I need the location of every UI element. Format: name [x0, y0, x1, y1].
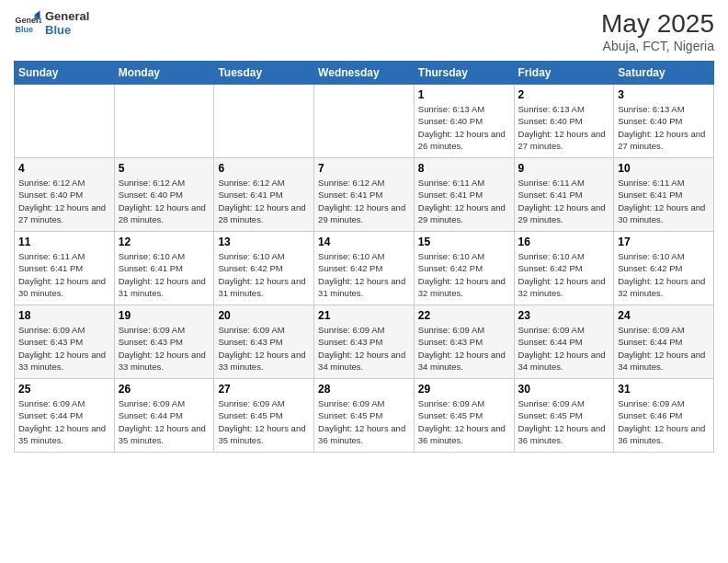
week-row-3: 11Sunrise: 6:11 AM Sunset: 6:41 PM Dayli…: [15, 232, 714, 305]
calendar-cell: 1Sunrise: 6:13 AM Sunset: 6:40 PM Daylig…: [414, 85, 514, 158]
calendar-cell: 19Sunrise: 6:09 AM Sunset: 6:43 PM Dayli…: [114, 305, 214, 379]
header-row: SundayMondayTuesdayWednesdayThursdayFrid…: [15, 62, 714, 85]
day-info: Sunrise: 6:10 AM Sunset: 6:41 PM Dayligh…: [119, 250, 210, 299]
calendar-cell: 10Sunrise: 6:11 AM Sunset: 6:41 PM Dayli…: [614, 158, 714, 232]
day-number: 28: [318, 383, 410, 396]
day-info: Sunrise: 6:10 AM Sunset: 6:42 PM Dayligh…: [418, 250, 510, 299]
week-row-5: 25Sunrise: 6:09 AM Sunset: 6:44 PM Dayli…: [15, 379, 714, 453]
day-number: 16: [518, 236, 610, 248]
day-number: 8: [418, 162, 510, 175]
day-number: 9: [518, 162, 610, 175]
day-number: 4: [18, 162, 110, 175]
calendar-cell: 26Sunrise: 6:09 AM Sunset: 6:44 PM Dayli…: [114, 379, 214, 453]
calendar-cell: 8Sunrise: 6:11 AM Sunset: 6:41 PM Daylig…: [414, 158, 514, 232]
day-number: 15: [418, 236, 510, 248]
day-number: 7: [318, 162, 410, 175]
calendar-cell: [214, 85, 314, 158]
day-number: 13: [218, 236, 310, 248]
day-info: Sunrise: 6:12 AM Sunset: 6:41 PM Dayligh…: [318, 177, 410, 225]
day-info: Sunrise: 6:09 AM Sunset: 6:44 PM Dayligh…: [618, 324, 710, 373]
day-number: 22: [418, 309, 510, 322]
day-info: Sunrise: 6:09 AM Sunset: 6:44 PM Dayligh…: [518, 324, 610, 373]
day-info: Sunrise: 6:09 AM Sunset: 6:43 PM Dayligh…: [18, 324, 110, 373]
logo-blue: Blue: [45, 23, 89, 37]
calendar-cell: [114, 85, 214, 158]
day-number: 24: [618, 309, 710, 322]
calendar-cell: 27Sunrise: 6:09 AM Sunset: 6:45 PM Dayli…: [214, 379, 314, 453]
calendar-cell: 18Sunrise: 6:09 AM Sunset: 6:43 PM Dayli…: [15, 305, 115, 379]
day-number: 3: [618, 88, 710, 101]
day-info: Sunrise: 6:09 AM Sunset: 6:43 PM Dayligh…: [119, 324, 210, 373]
day-number: 21: [318, 309, 410, 322]
day-info: Sunrise: 6:12 AM Sunset: 6:40 PM Dayligh…: [119, 177, 210, 225]
day-info: Sunrise: 6:12 AM Sunset: 6:40 PM Dayligh…: [18, 177, 110, 225]
subtitle: Abuja, FCT, Nigeria: [601, 39, 714, 53]
calendar-cell: 23Sunrise: 6:09 AM Sunset: 6:44 PM Dayli…: [514, 305, 614, 379]
day-number: 5: [119, 162, 210, 175]
day-number: 18: [18, 309, 110, 322]
calendar-cell: 7Sunrise: 6:12 AM Sunset: 6:41 PM Daylig…: [314, 158, 415, 232]
day-number: 17: [618, 236, 710, 248]
svg-text:Blue: Blue: [16, 25, 34, 34]
day-number: 20: [218, 309, 310, 322]
day-info: Sunrise: 6:10 AM Sunset: 6:42 PM Dayligh…: [318, 250, 410, 299]
logo-general: General: [45, 9, 89, 23]
header-day-thursday: Thursday: [414, 62, 514, 85]
calendar-cell: 22Sunrise: 6:09 AM Sunset: 6:43 PM Dayli…: [414, 305, 514, 379]
week-row-1: 1Sunrise: 6:13 AM Sunset: 6:40 PM Daylig…: [15, 85, 714, 158]
header-day-monday: Monday: [114, 62, 214, 85]
calendar-cell: 3Sunrise: 6:13 AM Sunset: 6:40 PM Daylig…: [614, 85, 714, 158]
calendar-cell: 4Sunrise: 6:12 AM Sunset: 6:40 PM Daylig…: [15, 158, 115, 232]
logo-icon: General Blue: [14, 9, 41, 37]
day-info: Sunrise: 6:09 AM Sunset: 6:44 PM Dayligh…: [119, 397, 210, 446]
day-info: Sunrise: 6:11 AM Sunset: 6:41 PM Dayligh…: [518, 177, 610, 225]
day-number: 19: [119, 309, 210, 322]
day-info: Sunrise: 6:09 AM Sunset: 6:46 PM Dayligh…: [618, 397, 710, 446]
day-number: 11: [18, 236, 110, 248]
day-number: 29: [418, 383, 510, 396]
header-day-tuesday: Tuesday: [214, 62, 314, 85]
day-info: Sunrise: 6:09 AM Sunset: 6:43 PM Dayligh…: [218, 324, 310, 373]
calendar-cell: 28Sunrise: 6:09 AM Sunset: 6:45 PM Dayli…: [314, 379, 415, 453]
calendar-cell: 30Sunrise: 6:09 AM Sunset: 6:45 PM Dayli…: [514, 379, 614, 453]
week-row-2: 4Sunrise: 6:12 AM Sunset: 6:40 PM Daylig…: [15, 158, 714, 232]
week-row-4: 18Sunrise: 6:09 AM Sunset: 6:43 PM Dayli…: [15, 305, 714, 379]
calendar-cell: 6Sunrise: 6:12 AM Sunset: 6:41 PM Daylig…: [214, 158, 314, 232]
day-info: Sunrise: 6:11 AM Sunset: 6:41 PM Dayligh…: [418, 177, 510, 225]
day-number: 25: [18, 383, 110, 396]
day-info: Sunrise: 6:10 AM Sunset: 6:42 PM Dayligh…: [618, 250, 710, 299]
day-info: Sunrise: 6:13 AM Sunset: 6:40 PM Dayligh…: [618, 103, 710, 152]
calendar-cell: 17Sunrise: 6:10 AM Sunset: 6:42 PM Dayli…: [614, 232, 714, 305]
logo: General Blue General Blue: [14, 9, 89, 37]
day-info: Sunrise: 6:10 AM Sunset: 6:42 PM Dayligh…: [218, 250, 310, 299]
calendar-cell: 29Sunrise: 6:09 AM Sunset: 6:45 PM Dayli…: [414, 379, 514, 453]
day-info: Sunrise: 6:09 AM Sunset: 6:43 PM Dayligh…: [418, 324, 510, 373]
calendar-cell: 13Sunrise: 6:10 AM Sunset: 6:42 PM Dayli…: [214, 232, 314, 305]
title-block: May 2025 Abuja, FCT, Nigeria: [601, 9, 714, 53]
header-day-friday: Friday: [514, 62, 614, 85]
day-number: 12: [119, 236, 210, 248]
header: General Blue General Blue May 2025 Abuja…: [14, 9, 714, 53]
calendar-cell: 14Sunrise: 6:10 AM Sunset: 6:42 PM Dayli…: [314, 232, 415, 305]
calendar-cell: 25Sunrise: 6:09 AM Sunset: 6:44 PM Dayli…: [15, 379, 115, 453]
calendar-cell: 20Sunrise: 6:09 AM Sunset: 6:43 PM Dayli…: [214, 305, 314, 379]
calendar-cell: 9Sunrise: 6:11 AM Sunset: 6:41 PM Daylig…: [514, 158, 614, 232]
day-number: 2: [518, 88, 610, 101]
day-number: 1: [418, 88, 510, 101]
calendar-cell: 24Sunrise: 6:09 AM Sunset: 6:44 PM Dayli…: [614, 305, 714, 379]
day-number: 30: [518, 383, 610, 396]
calendar-cell: [314, 85, 415, 158]
day-info: Sunrise: 6:11 AM Sunset: 6:41 PM Dayligh…: [618, 177, 710, 225]
day-info: Sunrise: 6:09 AM Sunset: 6:45 PM Dayligh…: [218, 397, 310, 446]
logo-text: General Blue: [45, 9, 89, 37]
header-day-saturday: Saturday: [614, 62, 714, 85]
calendar-cell: 16Sunrise: 6:10 AM Sunset: 6:42 PM Dayli…: [514, 232, 614, 305]
day-number: 6: [218, 162, 310, 175]
calendar-cell: 15Sunrise: 6:10 AM Sunset: 6:42 PM Dayli…: [414, 232, 514, 305]
calendar-cell: [15, 85, 115, 158]
main-container: General Blue General Blue May 2025 Abuja…: [0, 0, 728, 462]
calendar-cell: 5Sunrise: 6:12 AM Sunset: 6:40 PM Daylig…: [114, 158, 214, 232]
main-title: May 2025: [601, 9, 714, 39]
calendar-cell: 21Sunrise: 6:09 AM Sunset: 6:43 PM Dayli…: [314, 305, 415, 379]
day-info: Sunrise: 6:12 AM Sunset: 6:41 PM Dayligh…: [218, 177, 310, 225]
